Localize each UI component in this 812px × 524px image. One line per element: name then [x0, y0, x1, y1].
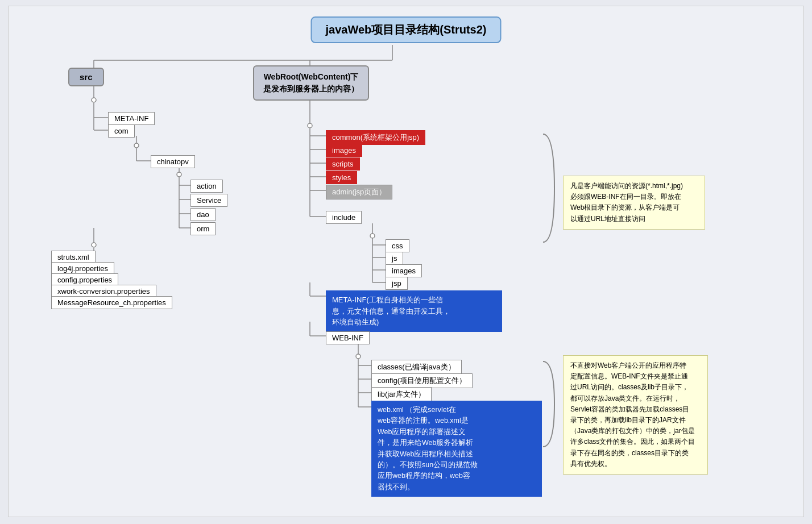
comment-1-text: 凡是客户端能访问的资源(*.html,*.jpg)必须跟WEB-INF在同一目录… [570, 182, 683, 223]
chinatopv-node: chinatopv [151, 155, 195, 168]
js-node: js [386, 252, 403, 265]
web-inf-node: WEB-INF [326, 331, 370, 344]
dao-node: dao [190, 208, 216, 221]
svg-point-15 [177, 172, 181, 177]
svg-point-37 [308, 123, 312, 128]
admin-node: admin(jsp页面） [326, 185, 392, 199]
page-title: javaWeb项目目录结构(Struts2) [310, 16, 501, 43]
orm-node: orm [190, 222, 216, 235]
meta-inf-blue-node: META-INF(工程自身相关的一些信息，元文件信息，通常由开发工具，环境自动生… [326, 290, 502, 332]
jsp-node: jsp [386, 277, 408, 290]
com-node: com [108, 124, 135, 138]
meta-inf-blue-text: META-INF(工程自身相关的一些信息，元文件信息，通常由开发工具，环境自动生… [332, 296, 450, 326]
comment-1: 凡是客户端能访问的资源(*.html,*.jpg)必须跟WEB-INF在同一目录… [563, 176, 705, 230]
service-node: Service [190, 194, 227, 207]
svg-point-11 [134, 143, 139, 148]
styles-node: styles [326, 171, 357, 184]
comment-2: 不直接对Web客户端公开的应用程序特定配置信息。WEB-INF文件夹是禁止通过U… [563, 355, 708, 475]
webroot-line1: WebRoot(WebContent)下 [264, 72, 359, 81]
common-node: common(系统框架公用jsp) [326, 130, 425, 145]
images-node: images [386, 264, 422, 277]
config-webinf-node: config(项目使用配置文件） [371, 373, 473, 388]
images-red-node: images [326, 144, 362, 157]
diagram-container: javaWeb项目目录结构(Struts2) src WebRoot(WebCo… [8, 6, 804, 517]
include-node: include [326, 211, 362, 224]
comment-2-text: 不直接对Web客户端公开的应用程序特定配置信息。WEB-INF文件夹是禁止通过U… [570, 361, 695, 468]
action-node: action [190, 180, 223, 193]
scripts-node: scripts [326, 157, 360, 170]
css-node: css [386, 239, 409, 252]
webroot-node: WebRoot(WebContent)下 是发布到服务器上的内容） [253, 65, 369, 101]
meta-inf-src-node: META-INF [108, 112, 155, 125]
svg-point-51 [370, 234, 375, 238]
classes-node: classes(已编译java类） [371, 360, 462, 375]
webxml-node: web.xml （完成servlet在web容器的注册。web.xml是Web应… [371, 401, 542, 497]
svg-point-65 [356, 354, 361, 359]
lib-node: lib(jar库文件） [371, 387, 432, 402]
webroot-line2: 是发布到服务器上的内容） [263, 84, 359, 93]
svg-point-5 [92, 98, 96, 102]
webxml-text: web.xml （完成servlet在web容器的注册。web.xml是Web应… [378, 406, 478, 491]
msgresource-node: MessageResource_ch.properties [51, 296, 172, 309]
svg-point-25 [92, 243, 96, 247]
src-node: src [68, 68, 104, 86]
